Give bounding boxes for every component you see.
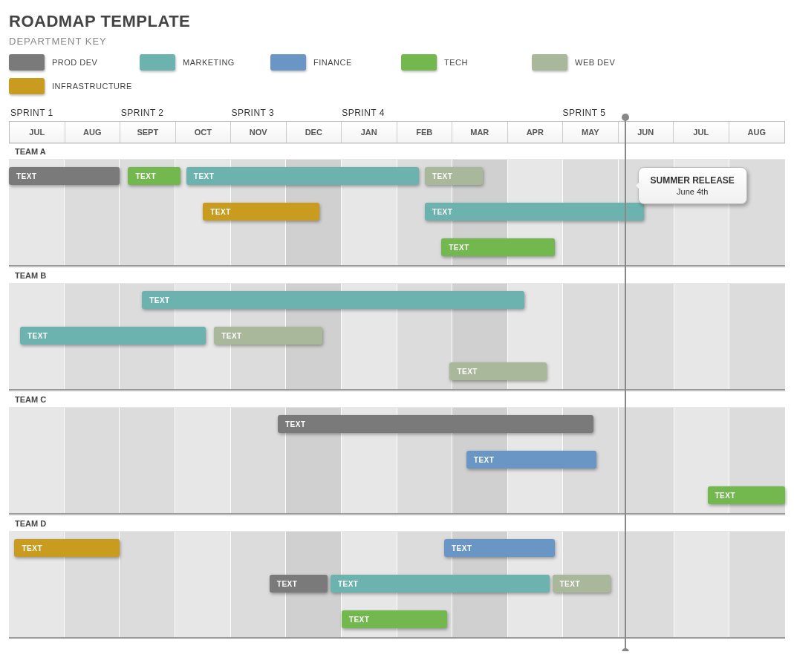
month-header: AUG (65, 122, 121, 143)
roadmap-bar[interactable]: TEXT (331, 575, 550, 593)
roadmap-bar[interactable]: TEXT (425, 203, 644, 221)
roadmap-bar[interactable]: TEXT (708, 486, 786, 504)
roadmap-bar[interactable]: TEXT (214, 327, 322, 345)
roadmap-bar[interactable]: TEXT (142, 291, 524, 309)
legend-label: INFRASTRUCTURE (52, 82, 132, 91)
sprint-label: SPRINT 5 (563, 108, 618, 118)
roadmap-bar[interactable]: TEXT (128, 167, 180, 185)
legend-swatch (140, 54, 175, 71)
roadmap-bar[interactable]: TEXT (186, 167, 420, 185)
team-lanes: TEXTTEXTTEXT (9, 408, 785, 515)
legend-item: FINANCE (270, 54, 401, 71)
legend-swatch (9, 54, 45, 71)
legend-item: TECH (401, 54, 532, 71)
team-lanes: TEXTTEXTTEXTTEXTTEXTTEXT (9, 532, 785, 639)
team-block: TEAM BTEXTTEXTTEXTTEXT (9, 267, 785, 391)
teams-container: TEAM ATEXTTEXTTEXTTEXTTEXTTEXTTEXTTEAM B… (9, 143, 785, 639)
roadmap-bar[interactable]: TEXT (441, 238, 555, 256)
team-header: TEAM A (9, 143, 785, 160)
callout-title: SUMMER RELEASE (651, 175, 735, 186)
month-row: JULAUGSEPTOCTNOVDECJANFEBMARAPRMAYJUNJUL… (9, 121, 785, 143)
roadmap-bar[interactable]: TEXT (278, 415, 593, 433)
month-header: AUG (729, 122, 785, 143)
legend-label: MARKETING (183, 58, 235, 67)
sprint-label (176, 108, 231, 118)
sprint-label (729, 108, 784, 118)
bars-layer: TEXTTEXTTEXTTEXT (9, 284, 785, 389)
roadmap-bar[interactable]: TEXT (444, 539, 555, 557)
roadmap-bar[interactable]: TEXT (425, 167, 483, 185)
legend-swatch (532, 54, 567, 71)
milestone-dot-bottom (622, 648, 629, 651)
bars-layer: TEXTTEXTTEXTTEXTTEXTTEXT (9, 532, 785, 637)
team-block: TEAM DTEXTTEXTTEXTTEXTTEXTTEXT (9, 515, 785, 639)
month-header: FEB (397, 122, 453, 143)
month-header: JUL (10, 122, 65, 143)
milestone-dot-top (622, 114, 629, 121)
bars-layer: TEXTTEXTTEXT (9, 408, 785, 513)
month-header: SEPT (120, 122, 176, 143)
team-header: TEAM D (9, 515, 785, 532)
month-header: APR (508, 122, 564, 143)
roadmap-bar[interactable]: TEXT (449, 362, 547, 380)
team-lanes: TEXTTEXTTEXTTEXT (9, 284, 785, 391)
legend-item: MARKETING (140, 54, 270, 71)
legend-label: FINANCE (313, 58, 352, 67)
roadmap-bar[interactable]: TEXT (203, 203, 319, 221)
roadmap-bar[interactable]: TEXT (14, 539, 120, 557)
chart: SPRINT 1SPRINT 2SPRINT 3SPRINT 4SPRINT 5… (9, 108, 785, 639)
legend-item: WEB DEV (532, 54, 663, 71)
milestone-line (625, 117, 626, 651)
sprint-label: SPRINT 3 (231, 108, 286, 118)
roadmap-bar[interactable]: TEXT (553, 575, 611, 593)
sprint-row: SPRINT 1SPRINT 2SPRINT 3SPRINT 4SPRINT 5 (9, 108, 785, 118)
sprint-label (65, 108, 120, 118)
sprint-label: SPRINT 1 (10, 108, 65, 118)
milestone-callout: SUMMER RELEASE June 4th (638, 167, 747, 204)
legend: PROD DEVMARKETINGFINANCETECHWEB DEVINFRA… (9, 54, 785, 94)
roadmap-bar[interactable]: TEXT (20, 327, 206, 345)
month-header: JAN (342, 122, 397, 143)
legend-item: INFRASTRUCTURE (9, 78, 140, 94)
legend-swatch (9, 78, 45, 94)
sprint-label (287, 108, 342, 118)
sprint-label (452, 108, 507, 118)
month-header: OCT (176, 122, 232, 143)
month-header: MAY (563, 122, 619, 143)
sprint-label (397, 108, 452, 118)
month-header: JUN (619, 122, 674, 143)
legend-swatch (401, 54, 437, 71)
month-header: DEC (287, 122, 342, 143)
team-block: TEAM CTEXTTEXTTEXT (9, 391, 785, 515)
roadmap-bar[interactable]: TEXT (270, 575, 328, 593)
sprint-label (673, 108, 728, 118)
team-header: TEAM B (9, 267, 785, 284)
roadmap-bar[interactable]: TEXT (342, 610, 447, 628)
legend-item: PROD DEV (9, 54, 140, 71)
roadmap-bar[interactable]: TEXT (466, 451, 596, 469)
legend-label: TECH (444, 58, 468, 67)
roadmap-bar[interactable]: TEXT (9, 167, 120, 185)
sprint-label (507, 108, 562, 118)
month-header: JUL (674, 122, 729, 143)
roadmap-root: ROADMAP TEMPLATE DEPARTMENT KEY PROD DEV… (9, 12, 785, 639)
legend-label: PROD DEV (52, 58, 97, 67)
team-block: TEAM ATEXTTEXTTEXTTEXTTEXTTEXTTEXT (9, 143, 785, 267)
legend-label: WEB DEV (575, 58, 615, 67)
page-title: ROADMAP TEMPLATE (9, 12, 785, 31)
callout-subtitle: June 4th (651, 187, 735, 196)
month-header: NOV (231, 122, 287, 143)
month-header: MAR (452, 122, 508, 143)
legend-swatch (270, 54, 306, 71)
sprint-label: SPRINT 4 (342, 108, 397, 118)
legend-title: DEPARTMENT KEY (9, 36, 785, 47)
sprint-label: SPRINT 2 (121, 108, 176, 118)
team-header: TEAM C (9, 391, 785, 408)
